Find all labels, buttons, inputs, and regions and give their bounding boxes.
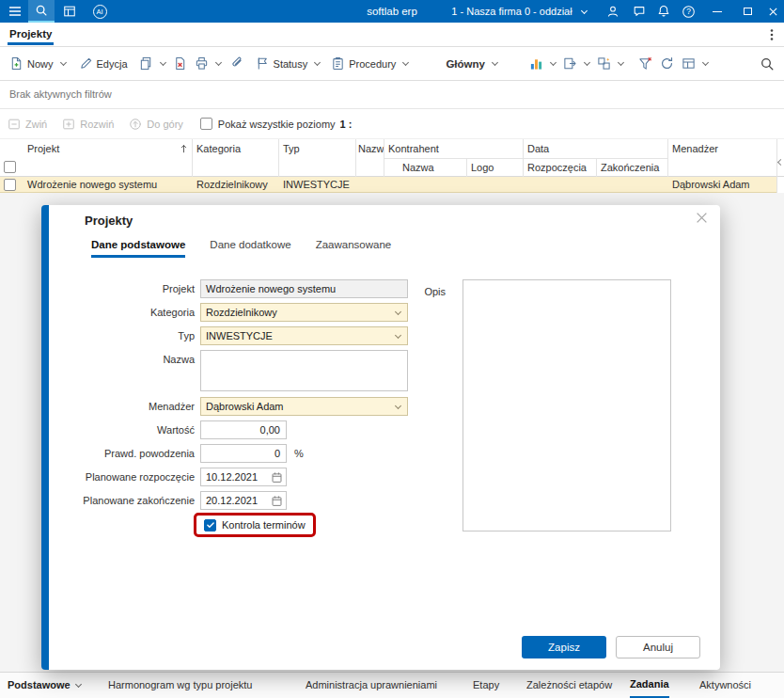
refresh-button[interactable]: [660, 56, 674, 71]
minimize-button[interactable]: [705, 0, 729, 23]
chevron-down-icon: [160, 59, 166, 66]
close-window-button[interactable]: [761, 0, 784, 23]
app-window: AI softlab erp 1 - Nasza firma 0 - oddzi…: [0, 0, 784, 698]
messages-button[interactable]: [628, 0, 651, 23]
tab-aktywnosci[interactable]: Aktywności: [699, 673, 751, 698]
nazwa-textarea[interactable]: [200, 350, 408, 391]
print-button[interactable]: [195, 56, 221, 71]
notifications-button[interactable]: [652, 0, 675, 23]
clear-filter-button[interactable]: [638, 56, 652, 71]
column-group-data[interactable]: Data: [523, 139, 666, 158]
views-button[interactable]: [597, 56, 623, 71]
typ-select[interactable]: INWESTYCJE: [200, 326, 408, 345]
menadzer-value: Dąbrowski Adam: [206, 401, 284, 412]
kategoria-select[interactable]: Rozdzielnikowy: [200, 303, 408, 322]
rozpoczecie-label: Planowane rozpoczęcie: [60, 468, 195, 486]
procedures-button[interactable]: Procedury: [331, 56, 408, 71]
cell-menadzer: Dąbrowski Adam: [667, 177, 775, 193]
edit-button[interactable]: Edycja: [79, 56, 128, 71]
calendar-icon[interactable]: [271, 471, 283, 484]
maximize-icon: [744, 8, 752, 15]
column-header-kontrahent-logo[interactable]: Logo: [466, 158, 521, 177]
tab-harmonogram[interactable]: Harmonogram wg typu projektu: [108, 673, 252, 698]
opis-textarea[interactable]: [463, 279, 671, 531]
save-button[interactable]: Zapisz: [522, 636, 606, 658]
select-all-checkbox[interactable]: [4, 161, 16, 173]
kontrola-terminow-checkbox[interactable]: [204, 519, 216, 531]
rozpoczecie-date-field[interactable]: 10.12.2021: [200, 468, 287, 486]
chevron-down-icon: [395, 403, 401, 409]
column-group-kontrahent[interactable]: Kontrahent: [384, 139, 521, 158]
tab-zaleznosci-etapow[interactable]: Zależności etapów: [526, 673, 612, 698]
svg-text:?: ?: [686, 7, 691, 16]
grid-side-panel-handle[interactable]: [776, 139, 784, 193]
row-checkbox[interactable]: [4, 179, 16, 191]
attachments-button[interactable]: [230, 56, 244, 71]
statuses-button[interactable]: Statusy: [256, 56, 321, 71]
grid-module-button[interactable]: [58, 0, 81, 23]
new-button[interactable]: Nowy: [9, 56, 66, 71]
column-header-projekt[interactable]: Projekt: [23, 139, 178, 158]
dialog-close-button[interactable]: [696, 212, 708, 224]
column-header-kontrahent-nazwa[interactable]: Nazwa: [398, 158, 463, 177]
help-button[interactable]: ?: [677, 0, 699, 23]
user-button[interactable]: [602, 0, 624, 23]
prawd-field[interactable]: 0: [200, 444, 287, 463]
copy-button[interactable]: [139, 56, 165, 71]
tab-zadania[interactable]: Zadania: [630, 673, 669, 698]
help-icon: ?: [682, 5, 696, 19]
zakonczenie-date-field[interactable]: 20.12.2021: [200, 491, 287, 510]
bell-icon: [657, 5, 670, 18]
column-header-kategoria[interactable]: Kategoria: [192, 139, 276, 158]
table-row[interactable]: Wdrożenie nowego systemu Rozdzielnikowy …: [0, 177, 776, 193]
search-icon: [35, 4, 48, 17]
group-divider: [384, 158, 667, 159]
hamburger-icon: [8, 6, 22, 17]
cancel-button[interactable]: Anuluj: [616, 636, 700, 658]
grid-settings-button[interactable]: [682, 56, 708, 71]
column-header-rozpoczecia[interactable]: Rozpoczęcia: [523, 158, 594, 177]
column-header-typ[interactable]: Typ: [278, 139, 353, 158]
tab-administracja[interactable]: Administracja uprawnieniami: [306, 673, 437, 698]
bottom-view-selector[interactable]: Podstawowe: [8, 673, 81, 698]
chevron-down-icon: [584, 59, 590, 66]
wartosc-field[interactable]: 0,00: [200, 420, 287, 439]
show-all-levels-checkbox[interactable]: [200, 118, 212, 130]
projekt-field[interactable]: Wdrożenie nowego systemu: [200, 279, 408, 298]
chart-button[interactable]: [529, 56, 556, 71]
hamburger-menu-button[interactable]: [5, 0, 25, 23]
menadzer-select[interactable]: Dąbrowski Adam: [200, 397, 408, 416]
delete-button[interactable]: [173, 56, 187, 71]
collapse-button[interactable]: Zwiń: [8, 118, 47, 131]
edit-button-label: Edycja: [97, 58, 128, 70]
tab-etapy[interactable]: Etapy: [473, 673, 499, 698]
expand-button[interactable]: Rozwiń: [62, 118, 114, 131]
zakonczenie-label: Planowane zakończenie: [60, 491, 195, 510]
export-button[interactable]: [563, 56, 589, 71]
search-module-button[interactable]: [28, 0, 55, 23]
company-selector[interactable]: 1 - Nasza firma 0 - oddział: [434, 0, 604, 23]
tab-dane-dodatkowe[interactable]: Dane dodatkowe: [210, 239, 290, 258]
calendar-icon[interactable]: [271, 495, 283, 507]
chevron-down-icon: [702, 59, 709, 66]
column-divider: [466, 158, 467, 177]
top-bar: AI softlab erp 1 - Nasza firma 0 - oddzi…: [0, 0, 784, 23]
page-menu-button[interactable]: [765, 27, 778, 42]
tab-dane-podstawowe[interactable]: Dane podstawowe: [91, 239, 185, 258]
chevron-down-icon: [581, 7, 588, 13]
ai-assistant-button[interactable]: AI: [88, 0, 111, 23]
column-header-nazwa[interactable]: Nazwa: [355, 139, 384, 158]
column-header-menadzer[interactable]: Menadżer: [667, 139, 775, 158]
kategoria-label: Kategoria: [60, 303, 195, 322]
chevron-down-icon: [618, 59, 624, 66]
column-header-zakonczenia[interactable]: Zakończenia: [596, 158, 666, 177]
search-grid-button[interactable]: [760, 56, 775, 71]
view-selector[interactable]: Główny: [446, 58, 497, 70]
delete-document-icon: [173, 56, 187, 71]
close-icon: [768, 7, 778, 17]
go-top-button[interactable]: Do góry: [129, 118, 183, 131]
maximize-button[interactable]: [735, 0, 760, 23]
tab-zaawansowane[interactable]: Zaawansowane: [316, 239, 392, 258]
tab-projekty[interactable]: Projekty: [8, 25, 54, 45]
column-divider: [192, 139, 193, 177]
